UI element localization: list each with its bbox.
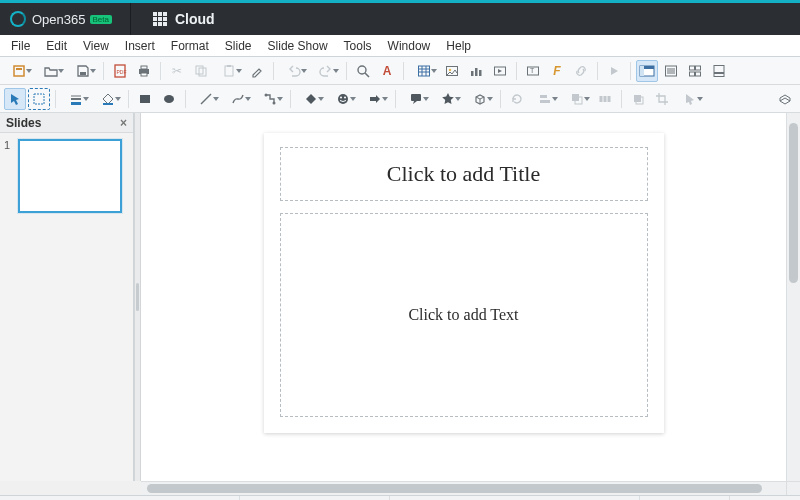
undo-dropdown-button[interactable] <box>279 60 309 82</box>
extrusion-icon <box>778 92 792 106</box>
save-dropdown-button[interactable] <box>68 60 98 82</box>
basic-shapes-dropdown-button[interactable] <box>296 88 326 110</box>
select-tool-button[interactable] <box>4 88 26 110</box>
insert-chart-button[interactable] <box>465 60 487 82</box>
slide-thumbnail[interactable] <box>18 139 122 213</box>
view-normal-button[interactable] <box>636 60 658 82</box>
format-brush-icon <box>250 64 264 78</box>
toggle-extrusion-button[interactable] <box>774 88 796 110</box>
title-placeholder[interactable]: Click to add Title <box>280 147 648 201</box>
view-slide-sorter-button[interactable] <box>684 60 706 82</box>
brand[interactable]: Open365 Beta <box>4 11 118 27</box>
cloud-label: Cloud <box>175 11 215 27</box>
slide-canvas[interactable]: Click to add Title Click to add Text <box>264 133 664 433</box>
fontwork-button[interactable]: F <box>546 60 568 82</box>
toolbar-separator <box>395 90 396 108</box>
horizontal-scrollbar[interactable] <box>141 482 786 495</box>
connector-tool-dropdown-button[interactable] <box>255 88 285 110</box>
open-dropdown-button[interactable] <box>36 60 66 82</box>
status-master-cell[interactable]: Default <box>730 496 800 500</box>
ellipse-tool-button[interactable] <box>158 88 180 110</box>
spellcheck-button[interactable]: A <box>376 60 398 82</box>
canvas-viewport[interactable]: Click to add Title Click to add Text <box>141 113 786 481</box>
textbox-icon: T <box>526 64 540 78</box>
status-slide-counter-cell[interactable]: Slide 1 of 1 <box>640 496 730 500</box>
export-pdf-button[interactable]: PDF <box>109 60 131 82</box>
menu-view[interactable]: View <box>76 37 116 55</box>
toolbar-separator <box>290 90 291 108</box>
stars-dropdown-button[interactable] <box>433 88 463 110</box>
view-outline-button[interactable] <box>660 60 682 82</box>
new-dropdown-button[interactable] <box>4 60 34 82</box>
crop-button[interactable] <box>651 88 673 110</box>
format-paintbrush-button[interactable] <box>246 60 268 82</box>
menu-tools[interactable]: Tools <box>337 37 379 55</box>
svg-point-20 <box>449 68 451 70</box>
menu-format[interactable]: Format <box>164 37 216 55</box>
symbol-shapes-dropdown-button[interactable] <box>328 88 358 110</box>
threed-objects-dropdown-button[interactable] <box>465 88 495 110</box>
panel-splitter[interactable] <box>134 113 141 481</box>
fill-color-dropdown-button[interactable] <box>93 88 123 110</box>
hyperlink-icon <box>574 64 588 78</box>
rectangle-icon <box>138 92 152 106</box>
svg-point-46 <box>164 95 174 103</box>
view-notes-button[interactable] <box>708 60 730 82</box>
menu-insert[interactable]: Insert <box>118 37 162 55</box>
align-icon <box>538 92 552 106</box>
menu-help[interactable]: Help <box>439 37 478 55</box>
paste-dropdown-button[interactable] <box>214 60 244 82</box>
toolbar-separator <box>597 62 598 80</box>
svg-rect-11 <box>227 65 231 67</box>
toolbar-separator <box>403 62 404 80</box>
find-replace-button[interactable] <box>352 60 374 82</box>
svg-rect-59 <box>604 96 607 102</box>
menu-slide[interactable]: Slide <box>218 37 259 55</box>
shadow-icon <box>631 92 645 106</box>
insert-textbox-button[interactable]: T <box>522 60 544 82</box>
insert-image-button[interactable] <box>441 60 463 82</box>
horizontal-scrollbar-thumb[interactable] <box>147 484 762 493</box>
insert-hyperlink-button[interactable] <box>570 60 592 82</box>
vertical-scrollbar[interactable] <box>786 113 800 481</box>
arrange-dropdown-button[interactable] <box>562 88 592 110</box>
cut-button[interactable]: ✂ <box>166 60 188 82</box>
line-color-dropdown-button[interactable] <box>61 88 91 110</box>
svg-rect-53 <box>411 94 421 101</box>
shadow-button[interactable] <box>627 88 649 110</box>
content-placeholder[interactable]: Click to add Text <box>280 213 648 417</box>
media-icon <box>493 64 507 78</box>
svg-rect-1 <box>16 68 22 70</box>
menu-file[interactable]: File <box>4 37 37 55</box>
filter-icon <box>683 92 697 106</box>
menu-window[interactable]: Window <box>381 37 438 55</box>
apps-grid-icon <box>153 12 167 26</box>
cloud-menu-button[interactable]: Cloud <box>143 11 225 27</box>
distribute-button[interactable] <box>594 88 616 110</box>
filter-dropdown-button[interactable] <box>675 88 705 110</box>
print-button[interactable] <box>133 60 155 82</box>
status-cursor-pos-cell: 9.63 / -1.30 <box>0 496 240 500</box>
slides-panel: Slides × 1 <box>0 113 134 481</box>
toolbar-drawing <box>0 85 800 113</box>
toolbar-separator <box>516 62 517 80</box>
align-objects-dropdown-button[interactable] <box>530 88 560 110</box>
redo-dropdown-button[interactable] <box>311 60 341 82</box>
start-slideshow-button[interactable] <box>603 60 625 82</box>
menu-slide-show[interactable]: Slide Show <box>261 37 335 55</box>
menu-edit[interactable]: Edit <box>39 37 74 55</box>
callouts-dropdown-button[interactable] <box>401 88 431 110</box>
paste-icon <box>222 64 236 78</box>
slides-panel-close-button[interactable]: × <box>120 116 127 130</box>
vertical-scrollbar-thumb[interactable] <box>789 123 798 283</box>
header-divider <box>130 3 131 35</box>
rotate-button[interactable] <box>506 88 528 110</box>
zoom-pan-button[interactable] <box>28 88 50 110</box>
line-tool-dropdown-button[interactable] <box>191 88 221 110</box>
insert-media-button[interactable] <box>489 60 511 82</box>
copy-button[interactable] <box>190 60 212 82</box>
insert-table-dropdown-button[interactable] <box>409 60 439 82</box>
block-arrows-dropdown-button[interactable] <box>360 88 390 110</box>
curve-tool-dropdown-button[interactable] <box>223 88 253 110</box>
rectangle-tool-button[interactable] <box>134 88 156 110</box>
